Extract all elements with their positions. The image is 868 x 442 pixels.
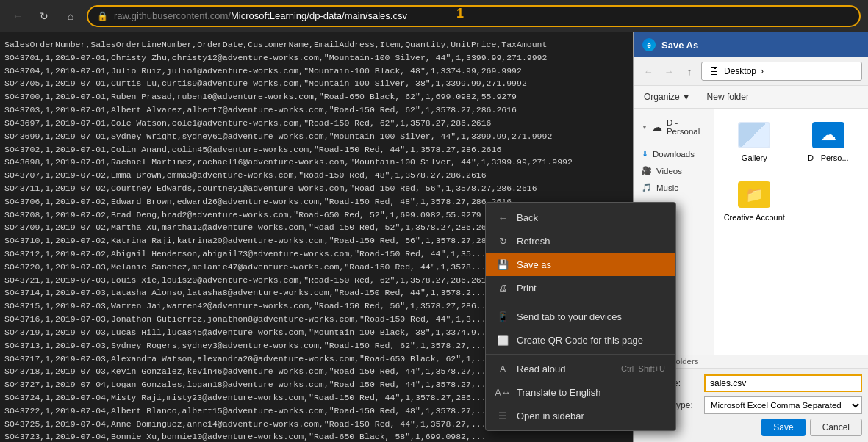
home-button[interactable]: ⌂ [60, 6, 81, 26]
address-bar[interactable]: 🔒 raw.githubusercontent.com/MicrosoftLea… [87, 5, 861, 27]
reload-button[interactable]: ↻ [34, 6, 54, 26]
organize-label: Organize [644, 92, 680, 102]
read-aloud-label: Read aloud [517, 363, 566, 374]
translate-label: Translate to English [517, 387, 600, 398]
dialog-location-arrow: › [761, 66, 764, 76]
dialog-title: Save As [661, 40, 698, 51]
dialog-location[interactable]: 🖥 Desktop › [701, 62, 862, 81]
back-icon: ← [496, 211, 509, 224]
cloud-icon: ☁ [652, 121, 662, 133]
downloads-icon: ⇓ [642, 149, 648, 159]
d-personal-label: D - Perso... [808, 153, 849, 162]
dialog-back-button[interactable]: ← [639, 62, 657, 80]
sidebar-item-downloads[interactable]: ⇓ Downloads [634, 145, 714, 162]
context-menu-send-tab[interactable]: 📱 Send tab to your devices [486, 305, 675, 328]
dialog-toolbar: Organize ▼ New folder [634, 86, 868, 109]
context-menu-save-as[interactable]: 💾 Save as [486, 253, 675, 276]
sidebar-item-label: D - Personal [667, 118, 708, 136]
gallery-icon [736, 120, 772, 150]
dialog-forward-button[interactable]: → [660, 62, 678, 80]
send-tab-icon: 📱 [496, 310, 509, 323]
edge-icon: e [642, 38, 656, 51]
context-menu-print[interactable]: 🖨 Print [486, 276, 675, 300]
sidebar-item-music[interactable]: 🎵 Music [634, 179, 714, 196]
music-icon: 🎵 [642, 183, 652, 192]
open-sidebar-label: Open in sidebar [517, 410, 584, 421]
sidebar-section-personal: ☁ D - Personal [634, 112, 714, 142]
divider-2 [486, 354, 675, 355]
cancel-button[interactable]: Cancel [810, 419, 862, 436]
label-1: 1 [456, 6, 464, 21]
filetype-select[interactable]: Microsoft Excel Comma Separated [704, 396, 862, 414]
desktop-folder-icon: 🖥 [708, 65, 720, 78]
sidebar-item-d-personal[interactable]: ☁ D - Personal [634, 115, 714, 140]
new-folder-button[interactable]: New folder [701, 90, 755, 104]
videos-label: Videos [656, 167, 682, 175]
file-item-gallery[interactable]: Gallery [720, 115, 789, 168]
refresh-label: Refresh [517, 236, 550, 247]
divider-1 [486, 302, 675, 302]
context-menu-read-aloud[interactable]: A Read aloud Ctrl+Shift+U [486, 357, 675, 380]
sidebar-quick-access: ⇓ Downloads 🎥 Videos 🎵 Music [634, 142, 714, 199]
qr-label: Create QR Code for this page [517, 335, 643, 346]
context-menu-open-sidebar[interactable]: ☰ Open in sidebar [486, 404, 675, 427]
send-tab-label: Send tab to your devices [517, 311, 622, 322]
back-label: Back [517, 212, 538, 223]
gallery-label: Gallery [742, 153, 767, 162]
sidebar-item-videos[interactable]: 🎥 Videos [634, 162, 714, 179]
file-item-creative-account[interactable]: 📁 Creative Account [720, 174, 789, 228]
creative-account-label: Creative Account [724, 213, 785, 222]
lock-icon: 🔒 [97, 11, 108, 21]
dialog-main: Gallery ☁ D - Perso... 📁 Creative Accoun… [714, 109, 868, 355]
qr-icon: ⬜ [496, 333, 509, 347]
print-icon: 🖨 [496, 281, 509, 294]
context-menu-refresh[interactable]: ↻ Refresh [486, 229, 675, 253]
downloads-label: Downloads [653, 150, 695, 159]
back-button[interactable]: ← [7, 6, 28, 26]
videos-icon: 🎥 [642, 166, 652, 175]
dialog-up-button[interactable]: ↑ [681, 62, 698, 80]
save-button[interactable]: Save [761, 419, 805, 436]
save-as-icon: 💾 [496, 258, 509, 271]
dialog-nav: ← → ↑ 🖥 Desktop › [634, 57, 868, 86]
url-path: MicrosoftLearning/dp-data/main/sales.csv [231, 10, 407, 21]
save-as-label: Save as [517, 259, 551, 270]
refresh-icon: ↻ [496, 234, 509, 247]
d-personal-icon: ☁ [811, 120, 846, 150]
read-aloud-icon: A [496, 362, 509, 375]
sidebar-icon: ☰ [496, 409, 509, 422]
file-grid: Gallery ☁ D - Perso... 📁 Creative Accoun… [714, 109, 868, 355]
file-item-d-personal[interactable]: ☁ D - Perso... [795, 115, 863, 168]
new-folder-label: New folder [707, 92, 749, 102]
url-text: raw.githubusercontent.com/MicrosoftLearn… [114, 10, 850, 21]
dialog-titlebar: e Save As [634, 32, 868, 57]
dialog-location-text: Desktop [724, 66, 756, 76]
context-menu-back[interactable]: ← Back [486, 206, 675, 229]
translate-icon: A↔ [496, 385, 509, 399]
context-menu: ← Back ↻ Refresh 💾 Save as 🖨 Print 📱 Sen… [485, 202, 676, 431]
print-label: Print [517, 283, 537, 294]
read-aloud-shortcut: Ctrl+Shift+U [621, 364, 665, 373]
organize-chevron-icon: ▼ [682, 92, 691, 102]
filename-input[interactable] [704, 374, 862, 392]
organize-button[interactable]: Organize ▼ [639, 90, 695, 104]
music-label: Music [656, 184, 678, 192]
context-menu-qr[interactable]: ⬜ Create QR Code for this page [486, 328, 675, 352]
url-domain: raw.githubusercontent.com/ [114, 10, 231, 21]
browser-bar: ← ↻ ⌂ 🔒 raw.githubusercontent.com/Micros… [0, 0, 868, 32]
context-menu-translate[interactable]: A↔ Translate to English [486, 380, 675, 404]
creative-folder-icon: 📁 [736, 180, 772, 209]
